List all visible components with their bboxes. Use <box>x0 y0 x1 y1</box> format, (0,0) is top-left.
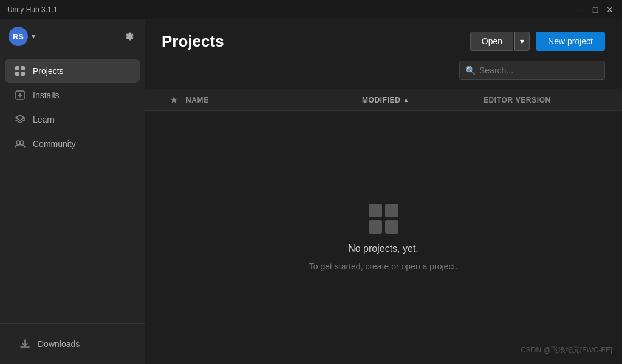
empty-subtitle: To get started, create or open a project… <box>309 261 457 271</box>
sidebar-item-installs-label: Installs <box>33 90 60 100</box>
main-header: Projects Open ▾ New project <box>145 19 622 61</box>
new-project-button[interactable]: New project <box>536 32 605 51</box>
sidebar-item-community-label: Community <box>33 139 76 149</box>
open-button[interactable]: Open <box>470 32 513 51</box>
empty-icon-sq-1 <box>369 204 382 217</box>
search-input[interactable] <box>459 61 605 80</box>
sidebar-bottom: Downloads <box>0 323 145 364</box>
table-header: ★ NAME MODIFIED ▲ EDITOR VERSION <box>145 89 622 111</box>
sort-arrow-icon: ▲ <box>403 96 409 103</box>
svg-point-6 <box>20 141 24 144</box>
open-dropdown-button[interactable]: ▾ <box>514 32 530 51</box>
empty-state: No projects, yet. To get started, create… <box>145 111 622 364</box>
search-bar: 🔍 <box>145 61 622 89</box>
minimize-button[interactable]: ─ <box>576 5 586 15</box>
page-title: Projects <box>162 32 224 51</box>
installs-icon <box>15 90 26 101</box>
watermark: CSDN @飞浪纪元[FWC-FE] <box>521 345 612 356</box>
sidebar-item-projects[interactable]: Projects <box>5 59 140 83</box>
col-editor-header: EDITOR VERSION <box>484 96 605 104</box>
close-button[interactable]: ✕ <box>605 5 615 15</box>
titlebar: Unity Hub 3.1.1 ─ □ ✕ <box>0 0 622 19</box>
sidebar-item-downloads-label: Downloads <box>38 339 80 349</box>
downloads-icon <box>19 339 30 349</box>
sidebar-header: RS ▾ <box>0 19 145 53</box>
empty-icon <box>369 204 398 234</box>
empty-title: No projects, yet. <box>348 243 419 254</box>
sidebar: RS ▾ <box>0 19 145 364</box>
empty-icon-sq-4 <box>385 220 398 234</box>
projects-icon <box>15 66 26 76</box>
col-modified-header[interactable]: MODIFIED ▲ <box>362 96 484 104</box>
sidebar-item-learn[interactable]: Learn <box>5 108 140 131</box>
empty-icon-sq-2 <box>385 204 398 217</box>
avatar-area: RS ▾ <box>9 27 35 46</box>
maximize-button[interactable]: □ <box>590 5 600 15</box>
star-icon: ★ <box>169 94 178 106</box>
sidebar-item-learn-label: Learn <box>33 115 55 124</box>
community-icon <box>15 138 26 149</box>
sidebar-item-projects-label: Projects <box>33 66 64 76</box>
svg-rect-1 <box>21 66 25 70</box>
svg-rect-2 <box>15 72 19 76</box>
app-title: Unity Hub 3.1.1 <box>7 5 58 14</box>
main-content: Projects Open ▾ New project 🔍 ★ NAME MOD… <box>145 19 622 364</box>
search-icon: 🔍 <box>465 66 476 75</box>
search-input-wrap: 🔍 <box>459 61 605 80</box>
app-body: RS ▾ <box>0 19 622 364</box>
svg-point-5 <box>16 141 20 144</box>
avatar-chevron-icon[interactable]: ▾ <box>32 32 35 41</box>
sidebar-item-installs[interactable]: Installs <box>5 84 140 107</box>
gear-icon <box>124 32 134 41</box>
col-name-header: NAME <box>186 96 362 104</box>
header-actions: Open ▾ New project <box>470 32 605 51</box>
avatar[interactable]: RS <box>9 27 28 46</box>
svg-rect-3 <box>21 72 25 76</box>
svg-rect-0 <box>15 66 19 70</box>
sidebar-item-downloads[interactable]: Downloads <box>10 332 135 356</box>
sidebar-nav: Projects Installs <box>0 53 145 323</box>
settings-button[interactable] <box>121 29 136 44</box>
sidebar-item-community[interactable]: Community <box>5 132 140 155</box>
open-chevron-icon: ▾ <box>520 36 524 46</box>
window-controls: ─ □ ✕ <box>576 5 615 15</box>
empty-icon-sq-3 <box>369 220 382 234</box>
learn-icon <box>15 114 26 125</box>
col-star-header: ★ <box>162 94 186 106</box>
